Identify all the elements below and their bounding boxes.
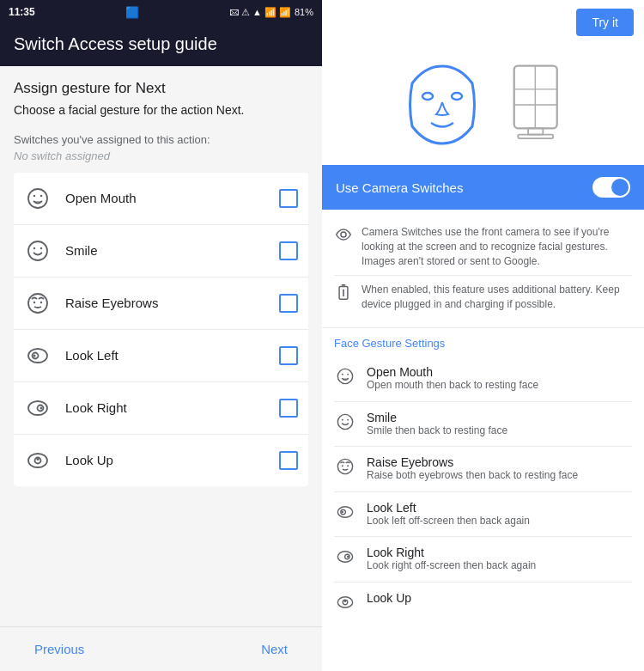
svg-point-3 xyxy=(28,241,47,260)
svg-point-37 xyxy=(347,465,349,467)
status-signals: 🖂 ⚠ ▲ 📶 📶 xyxy=(229,7,291,18)
svg-point-29 xyxy=(337,369,352,383)
right-gesture-look-right[interactable]: Look Right Look right off-screen then ba… xyxy=(334,537,632,583)
device-svg xyxy=(503,62,572,148)
right-open-mouth-icon xyxy=(334,365,356,386)
right-gesture-open-mouth[interactable]: Open Mouth Open mouth then back to resti… xyxy=(334,357,632,402)
right-look-right-icon xyxy=(334,546,356,566)
previous-button[interactable]: Previous xyxy=(34,642,84,656)
svg-rect-25 xyxy=(518,135,553,139)
app-title: Switch Access setup guide xyxy=(14,34,308,54)
svg-point-0 xyxy=(28,189,47,208)
svg-point-46 xyxy=(344,601,346,602)
svg-point-1 xyxy=(33,194,35,196)
gesture-item-raise-eyebrows[interactable]: Raise Eyebrows xyxy=(14,278,308,330)
svg-point-7 xyxy=(33,301,35,302)
camera-info-icon xyxy=(334,225,353,242)
section-desc: Choose a facial gesture for the action N… xyxy=(14,102,308,119)
info-text-camera: Camera Switches use the front camera to … xyxy=(361,225,632,268)
gesture-item-look-left[interactable]: Look Left xyxy=(14,330,308,382)
svg-point-6 xyxy=(28,294,47,313)
section-title: Assign gesture for Next xyxy=(14,80,308,97)
gesture-item-look-up[interactable]: Look Up xyxy=(14,435,308,486)
right-gesture-raise-eyebrows[interactable]: Raise Eyebrows Raise both eyebrows then … xyxy=(334,447,632,492)
camera-toggle-switch[interactable] xyxy=(592,177,630,198)
right-gesture-look-left[interactable]: Look Left Look left off-screen then back… xyxy=(334,492,632,538)
gesture-name-open-mouth: Open Mouth xyxy=(65,191,279,205)
illustration-area xyxy=(322,45,644,165)
app-header: Switch Access setup guide xyxy=(0,24,322,66)
gesture-item-open-mouth[interactable]: Open Mouth xyxy=(14,173,308,225)
raise-eyebrows-icon xyxy=(24,290,52,317)
svg-point-14 xyxy=(40,406,43,409)
right-gesture-text-open-mouth: Open Mouth Open mouth then back to resti… xyxy=(367,365,538,393)
svg-point-4 xyxy=(33,247,35,248)
right-gesture-text-look-left: Look Left Look left off-screen then back… xyxy=(367,501,530,528)
status-right: 🖂 ⚠ ▲ 📶 📶 81% xyxy=(229,7,313,18)
look-left-icon xyxy=(24,342,52,369)
svg-point-8 xyxy=(40,301,42,302)
gesture-name-raise-eyebrows: Raise Eyebrows xyxy=(65,296,279,310)
right-gesture-look-up[interactable]: Look Up xyxy=(334,583,632,620)
gesture-checkbox-smile[interactable] xyxy=(279,241,298,260)
right-gesture-text-look-right: Look Right Look right off-screen then ba… xyxy=(367,546,536,573)
svg-point-35 xyxy=(337,460,352,474)
svg-point-33 xyxy=(342,418,343,420)
info-row-camera: Camera Switches use the front camera to … xyxy=(334,218,632,276)
status-bar: 11:35 🟦 🖂 ⚠ ▲ 📶 📶 81% xyxy=(0,0,322,24)
gesture-item-smile[interactable]: Smile xyxy=(14,225,308,278)
svg-point-17 xyxy=(37,458,39,461)
battery-info-icon xyxy=(334,283,353,300)
svg-point-36 xyxy=(342,465,343,467)
gesture-item-look-right[interactable]: Look Right xyxy=(14,382,308,435)
right-raise-eyebrows-icon xyxy=(334,455,356,476)
look-up-icon xyxy=(24,447,52,474)
right-panel: Try it Use C xyxy=(322,0,644,671)
no-switch-label: No switch assigned xyxy=(14,149,308,162)
svg-point-32 xyxy=(337,414,352,429)
app-icon-status: 🟦 xyxy=(125,6,139,19)
info-row-battery: When enabled, this feature uses addition… xyxy=(334,276,632,319)
camera-toggle-label: Use Camera Switches xyxy=(336,180,463,195)
gesture-list: Open Mouth Smile xyxy=(14,173,308,486)
gesture-name-look-left: Look Left xyxy=(65,348,279,363)
toggle-knob xyxy=(611,179,629,196)
face-gesture-heading: Face Gesture Settings xyxy=(334,337,632,350)
gesture-checkbox-look-left[interactable] xyxy=(279,346,298,365)
try-it-bar: Try it xyxy=(322,0,644,45)
gesture-checkbox-look-right[interactable] xyxy=(279,399,298,418)
status-time: 11:35 xyxy=(9,6,35,18)
left-panel: 11:35 🟦 🖂 ⚠ ▲ 📶 📶 81% Switch Access setu… xyxy=(0,0,322,671)
face-gesture-section: Face Gesture Settings Open Mouth Open mo… xyxy=(322,328,644,671)
gesture-checkbox-look-up[interactable] xyxy=(279,451,298,470)
gesture-checkbox-open-mouth[interactable] xyxy=(279,189,298,208)
gesture-checkbox-raise-eyebrows[interactable] xyxy=(279,294,298,313)
right-look-left-icon xyxy=(334,501,356,522)
smile-icon xyxy=(24,237,52,265)
right-gesture-text-raise-eyebrows: Raise Eyebrows Raise both eyebrows then … xyxy=(367,455,578,483)
svg-point-40 xyxy=(342,511,343,513)
next-button[interactable]: Next xyxy=(261,642,288,656)
right-look-up-icon xyxy=(334,591,356,612)
svg-point-43 xyxy=(347,556,349,558)
svg-point-26 xyxy=(341,232,346,237)
svg-point-2 xyxy=(40,194,42,196)
camera-toggle-bar: Use Camera Switches xyxy=(322,165,644,210)
try-it-button[interactable]: Try it xyxy=(576,9,634,36)
look-right-icon xyxy=(24,394,52,422)
assigned-label: Switches you've assigned to this action: xyxy=(14,133,308,146)
face-svg xyxy=(395,58,489,152)
gesture-name-look-up: Look Up xyxy=(65,453,279,467)
right-gesture-smile[interactable]: Smile Smile then back to resting face xyxy=(334,402,632,448)
svg-point-5 xyxy=(40,247,42,248)
svg-point-18 xyxy=(422,93,433,100)
info-section: Camera Switches use the front camera to … xyxy=(322,210,644,328)
gesture-name-smile: Smile xyxy=(65,243,279,258)
svg-point-31 xyxy=(347,374,349,375)
right-gesture-text-look-up: Look Up xyxy=(367,591,411,605)
svg-point-34 xyxy=(347,418,349,420)
right-gesture-text-smile: Smile Smile then back to resting face xyxy=(367,411,507,438)
left-content: Assign gesture for Next Choose a facial … xyxy=(0,66,322,626)
svg-point-19 xyxy=(452,93,462,100)
status-battery: 81% xyxy=(295,7,313,17)
